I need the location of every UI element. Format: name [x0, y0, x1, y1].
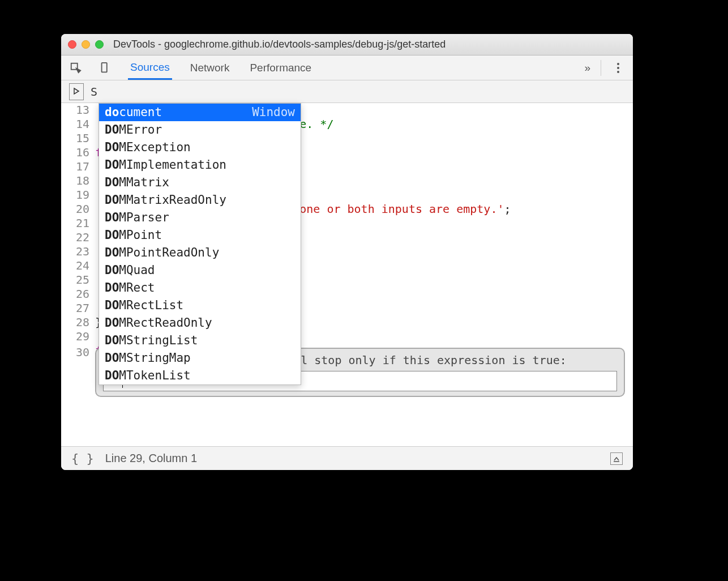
line-num: 28: [61, 315, 89, 330]
tab-sources[interactable]: Sources: [128, 57, 172, 80]
autocomplete-item[interactable]: DOMRect: [99, 279, 301, 297]
tab-network[interactable]: Network: [188, 57, 232, 79]
file-tab-initial[interactable]: S: [91, 85, 97, 99]
titlebar: DevTools - googlechrome.github.io/devtoo…: [61, 34, 633, 55]
autocomplete-popup[interactable]: documentWindowDOMErrorDOMExceptionDOMImp…: [99, 103, 301, 385]
drawer-toggle-icon[interactable]: [610, 452, 623, 465]
autocomplete-item[interactable]: DOMRectList: [99, 297, 301, 314]
tabs-overflow[interactable]: »: [584, 62, 590, 74]
autocomplete-item[interactable]: DOMError: [99, 121, 301, 139]
autocomplete-item[interactable]: DOMRectReadOnly: [99, 314, 301, 332]
snippets-icon[interactable]: [69, 83, 84, 100]
close-button[interactable]: [68, 40, 76, 49]
minimize-button[interactable]: [82, 40, 90, 49]
tab-performance[interactable]: Performance: [247, 57, 314, 79]
line-num: 14: [61, 117, 89, 131]
code-editor[interactable]: 13 14 15 16 17 18 19 20 21 22 23 24 25 2…: [61, 103, 633, 415]
svg-point-3: [617, 67, 619, 69]
editor-toolbar: S: [61, 80, 633, 103]
line-num: 21: [61, 216, 89, 230]
line-num: 26: [61, 287, 89, 301]
line-num: 18: [61, 174, 89, 188]
autocomplete-item[interactable]: DOMQuad: [99, 262, 301, 279]
line-num: 24: [61, 259, 89, 273]
line-num: 23: [61, 245, 89, 259]
inspect-icon[interactable]: [69, 61, 83, 75]
device-icon[interactable]: [99, 61, 112, 75]
autocomplete-item[interactable]: DOMStringList: [99, 332, 301, 349]
autocomplete-item[interactable]: DOMParser: [99, 209, 301, 227]
line-num: 13: [61, 103, 89, 117]
autocomplete-item[interactable]: DOMPointReadOnly: [99, 244, 301, 262]
status-bar: { } Line 29, Column 1: [61, 446, 633, 470]
autocomplete-item[interactable]: DOMMatrixReadOnly: [99, 191, 301, 209]
autocomplete-item[interactable]: DOMException: [99, 139, 301, 156]
line-num: 20: [61, 202, 89, 216]
line-num: 25: [61, 273, 89, 287]
autocomplete-item[interactable]: documentWindow: [99, 104, 301, 121]
main-tabs: Sources Network Performance »: [61, 55, 633, 80]
autocomplete-item[interactable]: DOMPoint: [99, 227, 301, 244]
line-num: 15: [61, 131, 89, 146]
svg-point-2: [617, 63, 619, 65]
pretty-print-icon[interactable]: { }: [71, 451, 94, 465]
autocomplete-item[interactable]: DOMImplementation: [99, 156, 301, 174]
line-num: 22: [61, 230, 89, 245]
line-num: 16: [61, 146, 89, 160]
devtools-window: DevTools - googlechrome.github.io/devtoo…: [61, 34, 633, 470]
line-gutter: 13 14 15 16 17 18 19 20 21 22 23 24 25 2…: [61, 103, 95, 415]
svg-rect-1: [102, 62, 107, 72]
cursor-position: Line 29, Column 1: [105, 452, 197, 465]
maximize-button[interactable]: [95, 40, 104, 49]
line-num: 29: [61, 330, 89, 344]
kebab-menu-icon[interactable]: [611, 61, 625, 75]
line-num: 27: [61, 301, 89, 315]
code-text: r: one or both inputs are empty.': [279, 202, 504, 216]
autocomplete-item[interactable]: DOMMatrix: [99, 174, 301, 191]
autocomplete-item[interactable]: DOMStringMap: [99, 349, 301, 367]
divider: [601, 60, 601, 76]
line-num: 19: [61, 188, 89, 202]
line-num: 30: [61, 345, 89, 359]
svg-point-4: [617, 71, 619, 73]
window-title: DevTools - googlechrome.github.io/devtoo…: [113, 39, 446, 50]
code-text: ;: [504, 202, 511, 216]
line-num: 17: [61, 160, 89, 174]
autocomplete-item[interactable]: DOMTokenList: [99, 367, 301, 385]
